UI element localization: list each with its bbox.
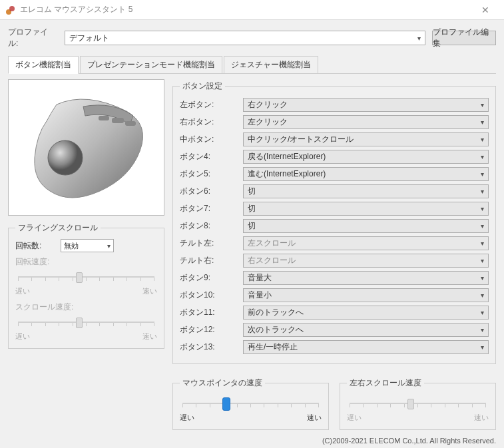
- rotation-speed-label: 回転速度:: [15, 256, 157, 268]
- button-label: チルト右:: [180, 255, 243, 266]
- chevron-down-icon: ▾: [481, 222, 484, 230]
- chevron-down-icon: ▾: [481, 326, 484, 334]
- scroll-speed-slider: [18, 314, 154, 330]
- profile-selected: デフォルト: [69, 33, 109, 44]
- svg-rect-5: [99, 116, 109, 120]
- button-row: チルト左:左スクロール▾: [180, 236, 489, 251]
- button-row: 中ボタン:中クリック/オートスクロール▾: [180, 132, 489, 147]
- button-label: ボタン4:: [180, 151, 243, 162]
- tab-button-assign[interactable]: ボタン機能割当: [8, 56, 79, 74]
- button-label: ボタン10:: [180, 290, 243, 301]
- rotation-count-select[interactable]: 無効 ▾: [61, 239, 114, 252]
- button-function-select[interactable]: 進む(InternetExplorer)▾: [243, 167, 489, 181]
- rotation-speed-slider: [18, 269, 154, 285]
- button-function-select: 左スクロール▾: [243, 236, 489, 250]
- chevron-down-icon: ▾: [481, 188, 484, 195]
- svg-point-2: [48, 140, 83, 175]
- tab-presentation[interactable]: プレゼンテーションモード機能割当: [80, 56, 222, 74]
- button-function-select[interactable]: 再生/一時停止▾: [243, 340, 489, 354]
- pointer-speed-group: マウスポインタの速度 遅い 速い: [172, 377, 329, 430]
- button-function-select[interactable]: 切▾: [243, 184, 489, 198]
- chevron-down-icon: ▾: [481, 309, 484, 316]
- button-label: ボタン8:: [180, 220, 243, 232]
- button-label: 左ボタン:: [180, 99, 243, 111]
- tilt-speed-slider: [350, 395, 486, 411]
- chevron-down-icon: ▾: [107, 242, 111, 250]
- button-function-select[interactable]: 音量大▾: [243, 271, 489, 285]
- button-label: 右ボタン:: [180, 116, 243, 128]
- button-settings-group: ボタン設定 左ボタン:右クリック▾右ボタン:左クリック▾中ボタン:中クリック/オ…: [172, 81, 496, 364]
- button-label: 中ボタン:: [180, 134, 243, 145]
- app-icon: [5, 5, 16, 15]
- profile-select[interactable]: デフォルト ▾: [65, 31, 425, 45]
- button-function-select[interactable]: 左クリック▾: [243, 115, 489, 129]
- button-row: ボタン4:戻る(InternetExplorer)▾: [180, 149, 489, 164]
- copyright-text: (C)2009-2021 ELECOM Co.,Ltd. All Rights …: [8, 437, 496, 445]
- chevron-down-icon: ▾: [481, 118, 484, 126]
- button-function-select[interactable]: 右クリック▾: [243, 98, 489, 112]
- rotation-count-label: 回転数:: [15, 240, 54, 252]
- tilt-speed-group: 左右スクロール速度 遅い 速い: [340, 377, 496, 430]
- button-label: ボタン9:: [180, 272, 243, 284]
- chevron-down-icon: ▾: [481, 240, 484, 247]
- button-row: ボタン13:再生/一時停止▾: [180, 339, 489, 355]
- button-row: ボタン5:進む(InternetExplorer)▾: [180, 166, 489, 182]
- button-row: 左ボタン:右クリック▾: [180, 97, 489, 112]
- chevron-down-icon: ▾: [481, 136, 484, 143]
- button-row: ボタン7:切▾: [180, 201, 489, 216]
- mouse-image: [8, 79, 164, 216]
- svg-rect-4: [125, 121, 136, 126]
- button-label: ボタン11:: [180, 307, 243, 318]
- button-function-select[interactable]: 切▾: [243, 202, 489, 216]
- svg-rect-3: [112, 118, 124, 123]
- profile-label: プロファイル:: [8, 27, 58, 49]
- profile-edit-button[interactable]: プロファイル編集: [432, 31, 496, 45]
- pointer-speed-slider[interactable]: [182, 395, 319, 411]
- chevron-down-icon: ▾: [481, 205, 484, 212]
- button-row: 右ボタン:左クリック▾: [180, 114, 489, 130]
- button-row: ボタン11:前のトラックへ▾: [180, 305, 489, 320]
- button-function-select: 右スクロール▾: [243, 254, 489, 268]
- chevron-down-icon: ▾: [417, 35, 421, 42]
- chevron-down-icon: ▾: [481, 292, 484, 299]
- button-function-select[interactable]: 戻る(InternetExplorer)▾: [243, 150, 489, 164]
- button-label: ボタン6:: [180, 186, 243, 197]
- chevron-down-icon: ▾: [481, 343, 484, 351]
- scroll-speed-label: スクロール速度:: [15, 302, 157, 313]
- button-function-select[interactable]: 切▾: [243, 219, 489, 233]
- chevron-down-icon: ▾: [481, 153, 484, 160]
- tab-gesture[interactable]: ジェスチャー機能割当: [224, 56, 318, 74]
- window-title: エレコム マウスアシスタント 5: [20, 4, 472, 15]
- button-label: ボタン13:: [180, 341, 243, 353]
- button-label: ボタン12:: [180, 324, 243, 336]
- button-row: ボタン12:次のトラックへ▾: [180, 322, 489, 337]
- button-row: ボタン6:切▾: [180, 184, 489, 199]
- button-label: ボタン5:: [180, 168, 243, 180]
- button-row: ボタン9:音量大▾: [180, 270, 489, 286]
- chevron-down-icon: ▾: [481, 101, 484, 109]
- button-row: チルト右:右スクロール▾: [180, 253, 489, 268]
- button-row: ボタン8:切▾: [180, 218, 489, 234]
- button-row: ボタン10:音量小▾: [180, 288, 489, 303]
- chevron-down-icon: ▾: [481, 257, 484, 264]
- button-function-select[interactable]: 中クリック/オートスクロール▾: [243, 132, 489, 146]
- button-label: ボタン7:: [180, 203, 243, 214]
- button-function-select[interactable]: 次のトラックへ▾: [243, 323, 489, 337]
- flying-scroll-group: フライングスクロール 回転数: 無効 ▾ 回転速度: 遅い 速い: [8, 222, 164, 349]
- button-function-select[interactable]: 音量小▾: [243, 288, 489, 302]
- button-label: チルト左:: [180, 238, 243, 249]
- chevron-down-icon: ▾: [481, 170, 484, 178]
- button-function-select[interactable]: 前のトラックへ▾: [243, 306, 489, 320]
- close-icon[interactable]: ✕: [472, 5, 499, 15]
- chevron-down-icon: ▾: [481, 274, 484, 282]
- svg-point-1: [9, 6, 15, 11]
